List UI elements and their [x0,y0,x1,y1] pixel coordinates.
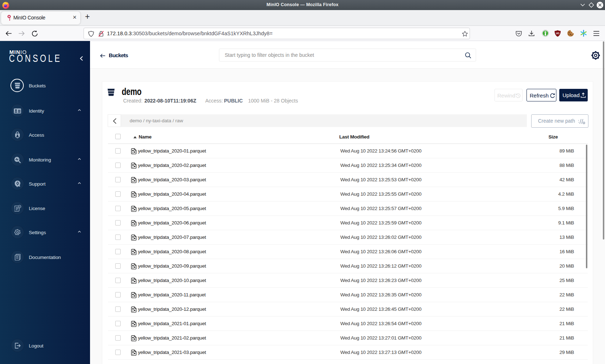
svg-text:UO: UO [556,32,560,35]
